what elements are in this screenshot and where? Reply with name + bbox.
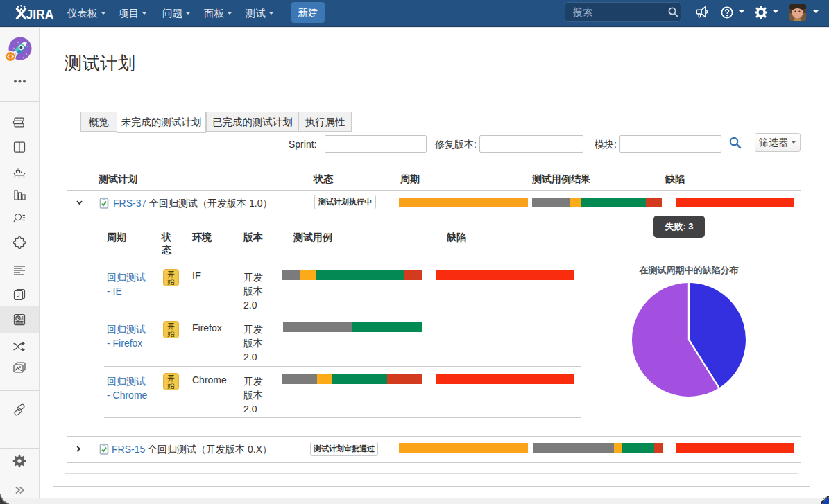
svg-text:JIRA: JIRA — [26, 8, 54, 21]
